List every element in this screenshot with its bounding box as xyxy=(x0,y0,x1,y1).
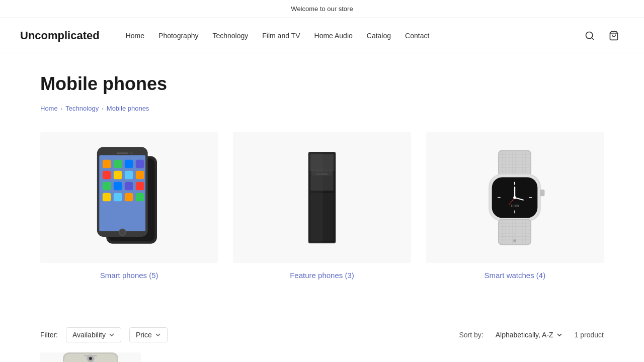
svg-point-27 xyxy=(130,151,133,154)
smartphone-image xyxy=(89,142,170,253)
nav-item-contact[interactable]: Contact xyxy=(399,28,435,44)
cart-icon xyxy=(609,31,619,41)
filter-right: Sort by: Alphabetically, A-Z 1 product xyxy=(459,328,604,342)
page-title: Mobile phones xyxy=(40,73,604,95)
svg-rect-15 xyxy=(135,171,144,179)
svg-rect-17 xyxy=(113,182,122,191)
svg-point-25 xyxy=(119,229,125,235)
cart-button[interactable] xyxy=(604,26,624,46)
svg-rect-23 xyxy=(135,193,144,202)
category-card-smartphones[interactable]: Smart phones (5) xyxy=(40,132,218,280)
sort-label: Sort by: xyxy=(459,331,483,339)
breadcrumb-technology[interactable]: Technology xyxy=(65,105,99,112)
svg-rect-16 xyxy=(102,182,111,191)
price-filter-button[interactable]: Price xyxy=(129,327,168,342)
availability-chevron-icon xyxy=(109,332,115,338)
svg-rect-14 xyxy=(124,171,133,179)
sort-value: Alphabetically, A-Z xyxy=(496,331,553,339)
breadcrumb-sep-1: › xyxy=(61,106,63,112)
filter-bar: Filter: Availability Price Sort by: Alph… xyxy=(20,327,624,352)
filter-left: Filter: Availability Price xyxy=(40,327,168,342)
category-grid: Smart phones (5) ALCATEL xyxy=(40,132,604,280)
svg-rect-35 xyxy=(309,153,335,171)
product-count: 1 product xyxy=(575,331,604,339)
svg-rect-21 xyxy=(113,193,122,202)
svg-rect-18 xyxy=(124,182,133,191)
availability-filter-label: Availability xyxy=(72,331,106,339)
svg-point-87 xyxy=(89,357,92,360)
page-content: Mobile phones Home › Technology › Mobile… xyxy=(20,53,624,315)
header: Uncomplicated Home Photography Technolog… xyxy=(0,18,644,53)
availability-filter-button[interactable]: Availability xyxy=(66,327,121,342)
filter-label: Filter: xyxy=(40,331,58,339)
svg-point-82 xyxy=(513,239,516,242)
category-image-smartphones xyxy=(40,132,218,263)
category-label-smartphones[interactable]: Smart phones (5) xyxy=(100,271,158,280)
section-divider xyxy=(0,315,644,315)
search-icon xyxy=(585,31,595,41)
header-left: Uncomplicated Home Photography Technolog… xyxy=(20,28,435,44)
svg-rect-13 xyxy=(113,171,122,179)
breadcrumb-home[interactable]: Home xyxy=(40,105,58,112)
svg-line-1 xyxy=(592,37,594,39)
announcement-text: Welcome to our store xyxy=(291,5,353,13)
nav-item-photography[interactable]: Photography xyxy=(152,28,204,44)
nav-item-technology[interactable]: Technology xyxy=(206,28,254,44)
svg-text:10:09: 10:09 xyxy=(511,204,519,208)
category-label-smart-watches[interactable]: Smart watches (4) xyxy=(484,271,545,280)
logo[interactable]: Uncomplicated xyxy=(20,29,100,42)
category-label-feature-phones[interactable]: Feature phones (3) xyxy=(290,271,354,280)
svg-rect-55 xyxy=(540,190,544,196)
breadcrumb-current: Mobile phones xyxy=(107,105,149,112)
sort-button[interactable]: Alphabetically, A-Z xyxy=(490,328,569,342)
nav-item-home[interactable]: Home xyxy=(120,28,150,44)
category-image-feature-phones: ALCATEL xyxy=(233,132,411,263)
product-partial-card xyxy=(40,352,141,362)
nav-item-home-audio[interactable]: Home Audio xyxy=(308,28,359,44)
svg-rect-19 xyxy=(135,182,144,191)
category-image-smart-watches: 10:09 xyxy=(426,132,604,263)
header-icons xyxy=(580,26,624,46)
announcement-bar: Welcome to our store xyxy=(0,0,644,18)
svg-rect-10 xyxy=(124,160,133,168)
svg-rect-22 xyxy=(124,193,133,202)
search-button[interactable] xyxy=(580,26,600,46)
breadcrumb-sep-2: › xyxy=(102,106,104,112)
svg-rect-88 xyxy=(84,355,97,356)
svg-rect-9 xyxy=(113,160,122,168)
smart-watch-image: 10:09 xyxy=(472,147,557,248)
svg-rect-20 xyxy=(102,193,111,202)
price-chevron-icon xyxy=(155,332,161,338)
nav-item-catalog[interactable]: Catalog xyxy=(361,28,397,44)
svg-rect-26 xyxy=(116,152,128,154)
breadcrumb: Home › Technology › Mobile phones xyxy=(40,105,604,112)
svg-rect-11 xyxy=(135,160,144,168)
svg-point-64 xyxy=(513,196,516,199)
feature-phone-image: ALCATEL xyxy=(297,147,347,248)
price-filter-label: Price xyxy=(136,331,152,339)
category-card-smart-watches[interactable]: 10:09 xyxy=(426,132,604,280)
nav-item-film-tv[interactable]: Film and TV xyxy=(256,28,306,44)
svg-rect-12 xyxy=(102,171,111,179)
svg-rect-8 xyxy=(102,160,111,168)
main-nav: Home Photography Technology Film and TV … xyxy=(120,28,436,44)
category-card-feature-phones[interactable]: ALCATEL Feature phones (3) xyxy=(233,132,411,280)
products-area xyxy=(20,352,624,362)
sort-chevron-icon xyxy=(556,332,562,338)
samsung-phone-partial xyxy=(48,352,133,362)
